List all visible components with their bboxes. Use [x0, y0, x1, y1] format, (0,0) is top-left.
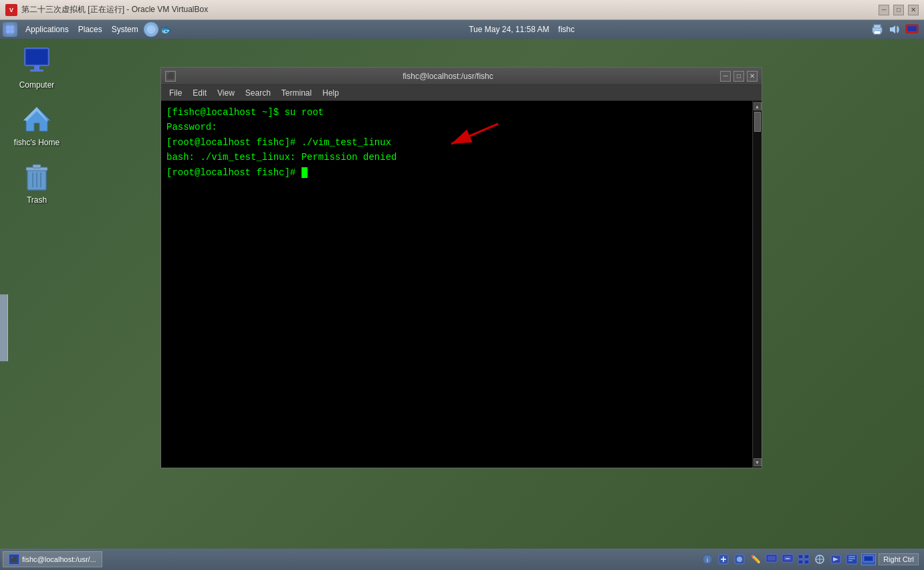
panel-username: fishc: [558, 25, 575, 34]
terminal-title: fishc@localhost:/usr/fishc: [176, 72, 720, 81]
svg-point-33: [737, 557, 742, 562]
svg-rect-41: [798, 560, 803, 564]
home-folder-icon[interactable]: fishc's Home: [7, 103, 67, 147]
taskbar-terminal-label: fishc@localhost:/usr/...: [22, 555, 96, 563]
svg-rect-8: [874, 25, 881, 28]
home-folder-icon-img: [21, 103, 53, 135]
terminal-inner: [fishc@localhost ~]$ su root Password: […: [161, 101, 762, 468]
taskbar-icon-2[interactable]: [717, 553, 730, 566]
minimize-button[interactable]: ─: [879, 5, 889, 15]
trash-icon[interactable]: Trash: [7, 161, 67, 205]
taskbar-icon-10[interactable]: [845, 553, 858, 566]
scroll-thumb[interactable]: [754, 112, 761, 132]
terminal-line-3: [root@localhost fishc]# ./vim_test_linux: [166, 135, 747, 150]
taskbar-right: i ✏️: [701, 553, 924, 566]
terminal-window: ⬛ fishc@localhost:/usr/fishc ─ □ ✕ File …: [160, 67, 762, 468]
panel-left: Applications Places System 🐟: [0, 22, 173, 37]
maximize-button[interactable]: □: [893, 5, 904, 15]
panel-datetime: Tue May 24, 11:58 AM: [469, 25, 549, 34]
taskbar-icon-1[interactable]: i: [701, 553, 714, 566]
applications-icon[interactable]: [3, 22, 17, 37]
taskbar-icon-4[interactable]: ✏️: [749, 553, 762, 566]
terminal-minimize[interactable]: ─: [720, 71, 731, 82]
right-ctrl-label: Right Ctrl: [879, 553, 919, 565]
svg-rect-35: [768, 556, 776, 561]
svg-rect-15: [34, 66, 39, 70]
svg-rect-48: [846, 555, 857, 564]
terminal-titlebar: ⬛ fishc@localhost:/usr/fishc ─ □ ✕: [161, 68, 762, 85]
printer-icon[interactable]: [871, 23, 884, 36]
svg-rect-40: [804, 555, 809, 559]
panel-applications[interactable]: Applications: [21, 23, 73, 35]
taskbar-icon-7[interactable]: [797, 553, 810, 566]
terminal-menu-terminal[interactable]: Terminal: [276, 87, 317, 99]
trash-label: Trash: [27, 195, 47, 205]
terminal-maximize[interactable]: □: [733, 71, 744, 82]
svg-marker-10: [890, 25, 895, 33]
terminal-line-2: Password:: [166, 120, 747, 134]
terminal-menu-search[interactable]: Search: [240, 87, 276, 99]
taskbar-icon-3[interactable]: [733, 553, 746, 566]
computer-label: Computer: [19, 80, 55, 90]
svg-rect-9: [874, 31, 881, 34]
terminal-menu-edit[interactable]: Edit: [187, 87, 212, 99]
terminal-icon: ⬛: [165, 71, 176, 82]
home-folder-label: fishc's Home: [14, 138, 60, 147]
computer-icon-img: [21, 45, 53, 78]
svg-text:i: i: [707, 557, 708, 563]
svg-point-0: [6, 25, 10, 29]
panel-center: Tue May 24, 11:58 AM fishc: [173, 25, 871, 34]
panel-system[interactable]: System: [108, 23, 142, 35]
svg-rect-53: [864, 557, 873, 561]
terminal-line-1: [fishc@localhost ~]$ su root: [166, 105, 747, 120]
terminal-controls: ─ □ ✕: [720, 71, 758, 82]
taskbar: ⬛ fishc@localhost:/usr/... i: [0, 549, 924, 570]
desktop: V 第二十三次虚拟机 [正在运行] - Oracle VM VirtualBox…: [0, 0, 924, 570]
window-controls: ─ □ ✕: [879, 5, 919, 15]
display-icon[interactable]: [905, 23, 919, 36]
taskbar-terminal-item[interactable]: ⬛ fishc@localhost:/usr/...: [3, 551, 102, 567]
side-panel-hint: [0, 294, 8, 361]
terminal-content[interactable]: [fishc@localhost ~]$ su root Password: […: [161, 101, 752, 468]
terminal-menu-help[interactable]: Help: [317, 87, 344, 99]
fish-icon: 🐟: [160, 23, 173, 36]
terminal-menubar: File Edit View Search Terminal Help: [161, 85, 762, 101]
svg-rect-39: [798, 555, 803, 559]
scroll-track: [754, 110, 762, 458]
network-icon: [144, 22, 158, 37]
taskbar-icon-8[interactable]: [813, 553, 826, 566]
computer-icon[interactable]: Computer: [7, 45, 67, 90]
svg-rect-16: [30, 70, 43, 72]
scroll-up-button[interactable]: ▲: [754, 102, 762, 110]
svg-point-3: [10, 29, 14, 33]
svg-rect-42: [804, 560, 809, 564]
terminal-cursor: [302, 167, 308, 178]
volume-icon[interactable]: [888, 23, 901, 36]
svg-rect-12: [907, 26, 917, 31]
taskbar-icon-6[interactable]: [781, 553, 794, 566]
terminal-menu-view[interactable]: View: [212, 87, 240, 99]
vbox-window-title: 第二十三次虚拟机 [正在运行] - Oracle VM VirtualBox: [21, 4, 208, 15]
taskbar-screen-icon: [861, 553, 876, 565]
svg-point-2: [6, 29, 10, 33]
terminal-menu-file[interactable]: File: [164, 87, 187, 99]
vbox-titlebar: V 第二十三次虚拟机 [正在运行] - Oracle VM VirtualBox…: [0, 0, 924, 20]
desktop-icons: Computer fishc's Home: [0, 39, 80, 225]
taskbar-icon-5[interactable]: [765, 553, 778, 566]
terminal-close[interactable]: ✕: [747, 71, 758, 82]
panel-places[interactable]: Places: [74, 23, 106, 35]
vbox-icon: V: [5, 4, 17, 16]
gnome-panel: Applications Places System 🐟 Tue May 24,…: [0, 20, 924, 39]
svg-rect-21: [33, 165, 41, 168]
taskbar-icon-9[interactable]: [829, 553, 842, 566]
close-button[interactable]: ✕: [908, 5, 919, 15]
svg-rect-14: [26, 50, 47, 64]
trash-icon-img: [21, 161, 53, 193]
terminal-line-4: bash: ./vim_test_linux: Permission denie…: [166, 150, 747, 165]
panel-right: [871, 23, 924, 36]
scroll-down-button[interactable]: ▼: [754, 458, 762, 466]
terminal-scrollbar[interactable]: ▲ ▼: [752, 101, 762, 468]
taskbar-terminal-icon: ⬛: [9, 554, 19, 565]
terminal-line-5: [root@localhost fishc]#: [166, 165, 747, 180]
svg-point-1: [10, 25, 14, 29]
